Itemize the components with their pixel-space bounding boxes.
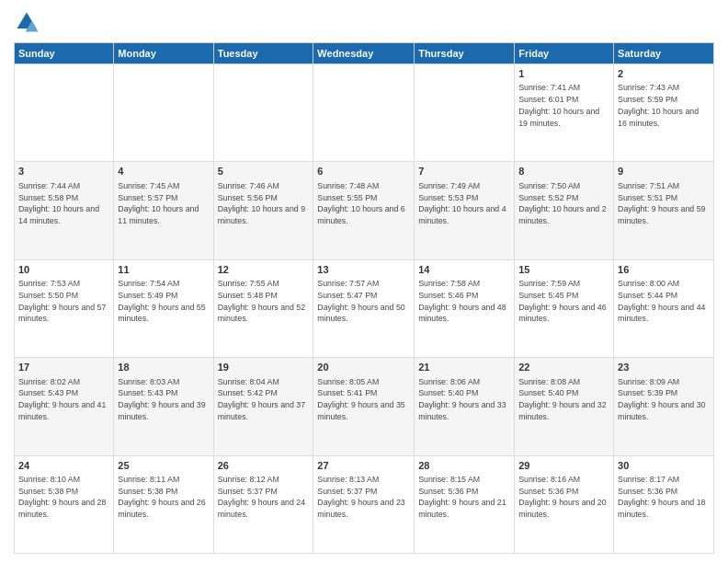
day-number: 1 [518, 67, 609, 81]
day-number: 15 [518, 263, 609, 277]
day-cell-1-6: 9Sunrise: 7:51 AMSunset: 5:51 PMDaylight… [614, 162, 714, 259]
day-cell-3-2: 19Sunrise: 8:04 AMSunset: 5:42 PMDayligh… [213, 358, 313, 455]
day-cell-1-5: 8Sunrise: 7:50 AMSunset: 5:52 PMDaylight… [515, 162, 614, 259]
day-info: Sunrise: 8:16 AMSunset: 5:36 PMDaylight:… [518, 474, 609, 521]
day-info: Sunrise: 7:53 AMSunset: 5:50 PMDaylight:… [18, 278, 109, 325]
day-info: Sunrise: 8:04 AMSunset: 5:42 PMDaylight:… [218, 376, 310, 423]
day-number: 14 [418, 263, 510, 277]
day-cell-2-4: 14Sunrise: 7:58 AMSunset: 5:46 PMDayligh… [415, 259, 515, 357]
day-info: Sunrise: 8:03 AMSunset: 5:43 PMDaylight:… [118, 376, 209, 423]
day-cell-4-2: 26Sunrise: 8:12 AMSunset: 5:37 PMDayligh… [213, 455, 313, 553]
day-number: 11 [118, 263, 209, 277]
day-number: 6 [317, 165, 410, 178]
day-info: Sunrise: 8:00 AMSunset: 5:44 PMDaylight:… [618, 278, 710, 325]
day-number: 16 [618, 263, 710, 277]
day-cell-3-3: 20Sunrise: 8:05 AMSunset: 5:41 PMDayligh… [313, 358, 415, 455]
day-number: 13 [317, 263, 410, 277]
logo [14, 9, 43, 35]
day-number: 28 [418, 459, 510, 473]
day-number: 24 [18, 459, 109, 473]
day-info: Sunrise: 7:51 AMSunset: 5:51 PMDaylight:… [618, 180, 710, 227]
day-info: Sunrise: 8:15 AMSunset: 5:36 PMDaylight:… [418, 474, 510, 521]
day-cell-0-6: 2Sunrise: 7:43 AMSunset: 5:59 PMDaylight… [614, 64, 714, 162]
week-row-4: 24Sunrise: 8:10 AMSunset: 5:38 PMDayligh… [15, 455, 714, 553]
day-number: 20 [317, 361, 410, 374]
header-tuesday: Tuesday [213, 43, 313, 64]
day-info: Sunrise: 7:48 AMSunset: 5:55 PMDaylight:… [317, 180, 410, 227]
header-monday: Monday [114, 43, 213, 64]
page: SundayMondayTuesdayWednesdayThursdayFrid… [0, 0, 728, 563]
day-info: Sunrise: 7:41 AMSunset: 6:01 PMDaylight:… [518, 82, 609, 129]
day-info: Sunrise: 8:17 AMSunset: 5:36 PMDaylight:… [618, 474, 710, 521]
day-info: Sunrise: 7:43 AMSunset: 5:59 PMDaylight:… [618, 82, 710, 129]
day-info: Sunrise: 8:11 AMSunset: 5:38 PMDaylight:… [118, 474, 209, 521]
header-friday: Friday [515, 43, 614, 64]
day-info: Sunrise: 7:44 AMSunset: 5:58 PMDaylight:… [18, 180, 109, 227]
day-number: 2 [618, 67, 710, 81]
day-cell-4-6: 30Sunrise: 8:17 AMSunset: 5:36 PMDayligh… [614, 455, 714, 553]
day-cell-4-1: 25Sunrise: 8:11 AMSunset: 5:38 PMDayligh… [114, 455, 213, 553]
week-row-0: 1Sunrise: 7:41 AMSunset: 6:01 PMDaylight… [15, 64, 714, 162]
day-info: Sunrise: 8:05 AMSunset: 5:41 PMDaylight:… [317, 376, 410, 423]
day-info: Sunrise: 7:58 AMSunset: 5:46 PMDaylight:… [418, 278, 510, 325]
day-number: 25 [118, 459, 209, 473]
day-number: 4 [118, 165, 209, 178]
day-cell-2-5: 15Sunrise: 7:59 AMSunset: 5:45 PMDayligh… [515, 259, 614, 357]
header-wednesday: Wednesday [313, 43, 415, 64]
day-info: Sunrise: 7:50 AMSunset: 5:52 PMDaylight:… [518, 180, 609, 227]
day-cell-4-4: 28Sunrise: 8:15 AMSunset: 5:36 PMDayligh… [415, 455, 515, 553]
calendar: SundayMondayTuesdayWednesdayThursdayFrid… [14, 42, 714, 554]
header-saturday: Saturday [614, 43, 714, 64]
day-cell-4-3: 27Sunrise: 8:13 AMSunset: 5:37 PMDayligh… [313, 455, 415, 553]
header-thursday: Thursday [415, 43, 515, 64]
day-cell-2-6: 16Sunrise: 8:00 AMSunset: 5:44 PMDayligh… [614, 259, 714, 357]
day-info: Sunrise: 8:08 AMSunset: 5:40 PMDaylight:… [518, 376, 609, 423]
calendar-header-row: SundayMondayTuesdayWednesdayThursdayFrid… [15, 43, 714, 64]
day-info: Sunrise: 8:06 AMSunset: 5:40 PMDaylight:… [418, 376, 510, 423]
day-info: Sunrise: 8:02 AMSunset: 5:43 PMDaylight:… [18, 376, 109, 423]
day-cell-0-5: 1Sunrise: 7:41 AMSunset: 6:01 PMDaylight… [515, 64, 614, 162]
day-cell-3-4: 21Sunrise: 8:06 AMSunset: 5:40 PMDayligh… [415, 358, 515, 455]
day-cell-0-3 [313, 64, 415, 162]
day-info: Sunrise: 8:12 AMSunset: 5:37 PMDaylight:… [218, 474, 310, 521]
day-cell-4-0: 24Sunrise: 8:10 AMSunset: 5:38 PMDayligh… [15, 455, 114, 553]
day-cell-1-3: 6Sunrise: 7:48 AMSunset: 5:55 PMDaylight… [313, 162, 415, 259]
day-number: 30 [618, 459, 710, 473]
header-sunday: Sunday [15, 43, 114, 64]
day-number: 19 [218, 361, 310, 374]
day-number: 27 [317, 459, 410, 473]
day-number: 5 [218, 165, 310, 178]
day-cell-3-5: 22Sunrise: 8:08 AMSunset: 5:40 PMDayligh… [515, 358, 614, 455]
day-cell-1-2: 5Sunrise: 7:46 AMSunset: 5:56 PMDaylight… [213, 162, 313, 259]
day-info: Sunrise: 7:55 AMSunset: 5:48 PMDaylight:… [218, 278, 310, 325]
day-cell-1-0: 3Sunrise: 7:44 AMSunset: 5:58 PMDaylight… [15, 162, 114, 259]
day-number: 23 [618, 361, 710, 374]
day-info: Sunrise: 8:09 AMSunset: 5:39 PMDaylight:… [618, 376, 710, 423]
day-info: Sunrise: 8:10 AMSunset: 5:38 PMDaylight:… [18, 474, 109, 521]
day-number: 26 [218, 459, 310, 473]
logo-icon [14, 9, 40, 35]
header [14, 9, 714, 35]
day-number: 8 [518, 165, 609, 178]
day-cell-1-4: 7Sunrise: 7:49 AMSunset: 5:53 PMDaylight… [415, 162, 515, 259]
week-row-1: 3Sunrise: 7:44 AMSunset: 5:58 PMDaylight… [15, 162, 714, 259]
day-cell-3-1: 18Sunrise: 8:03 AMSunset: 5:43 PMDayligh… [114, 358, 213, 455]
day-number: 22 [518, 361, 609, 374]
day-info: Sunrise: 7:46 AMSunset: 5:56 PMDaylight:… [218, 180, 310, 227]
day-cell-4-5: 29Sunrise: 8:16 AMSunset: 5:36 PMDayligh… [515, 455, 614, 553]
day-cell-2-0: 10Sunrise: 7:53 AMSunset: 5:50 PMDayligh… [15, 259, 114, 357]
day-info: Sunrise: 7:57 AMSunset: 5:47 PMDaylight:… [317, 278, 410, 325]
day-number: 17 [18, 361, 109, 374]
day-cell-0-1 [114, 64, 213, 162]
day-cell-0-4 [415, 64, 515, 162]
day-cell-1-1: 4Sunrise: 7:45 AMSunset: 5:57 PMDaylight… [114, 162, 213, 259]
day-info: Sunrise: 7:59 AMSunset: 5:45 PMDaylight:… [518, 278, 609, 325]
day-cell-2-3: 13Sunrise: 7:57 AMSunset: 5:47 PMDayligh… [313, 259, 415, 357]
day-number: 29 [518, 459, 609, 473]
day-number: 21 [418, 361, 510, 374]
day-info: Sunrise: 8:13 AMSunset: 5:37 PMDaylight:… [317, 474, 410, 521]
day-cell-0-0 [15, 64, 114, 162]
week-row-3: 17Sunrise: 8:02 AMSunset: 5:43 PMDayligh… [15, 358, 714, 455]
day-info: Sunrise: 7:54 AMSunset: 5:49 PMDaylight:… [118, 278, 209, 325]
day-cell-2-1: 11Sunrise: 7:54 AMSunset: 5:49 PMDayligh… [114, 259, 213, 357]
